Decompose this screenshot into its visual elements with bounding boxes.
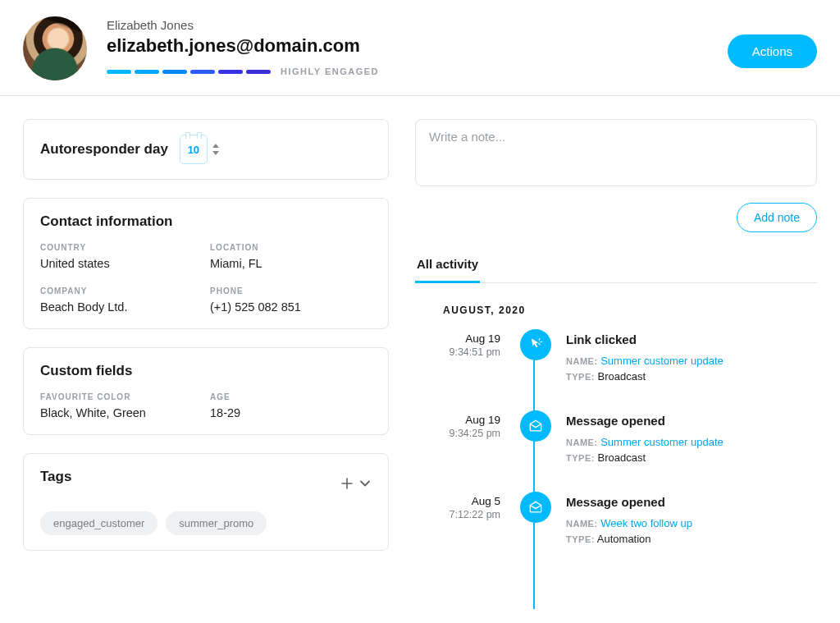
- contact-info-heading: Contact information: [40, 213, 372, 230]
- link-click-icon: [520, 329, 551, 360]
- timeline-date: Aug 5: [415, 495, 500, 507]
- autoresponder-title: Autoresponder day: [40, 141, 168, 158]
- info-value: (+1) 525 082 851: [210, 300, 372, 314]
- info-label: PHONE: [210, 286, 372, 295]
- timeline-title: Link clicked: [566, 332, 817, 346]
- meta-label-name: NAME:: [566, 356, 598, 366]
- avatar: [23, 16, 87, 80]
- timeline-type: Broadcast: [598, 451, 646, 464]
- tab-all-activity[interactable]: All activity: [415, 257, 480, 283]
- meta-label-type: TYPE:: [566, 372, 595, 382]
- info-value: United states: [40, 257, 202, 270]
- tags-heading: Tags: [40, 469, 71, 485]
- engagement-label: HIGHLY ENGAGED: [281, 66, 379, 76]
- info-value: 18-29: [210, 406, 372, 419]
- meta-label-name: NAME:: [566, 437, 598, 447]
- contact-header: Elizabeth Jones elizabeth.jones@domain.c…: [0, 0, 840, 96]
- timeline-item: Aug 5 7:12:22 pm Message opened: [415, 495, 817, 548]
- engagement-bar: [107, 70, 271, 74]
- day-step-up-icon[interactable]: [212, 144, 219, 148]
- meta-label-name: NAME:: [566, 519, 598, 529]
- timeline-date: Aug 19: [415, 414, 500, 426]
- timeline-title: Message opened: [566, 495, 817, 509]
- timeline-type: Broadcast: [598, 370, 646, 383]
- actions-button[interactable]: Actions: [728, 34, 817, 68]
- info-label: COUNTRY: [40, 243, 202, 252]
- timeline-time: 9:34:51 pm: [415, 346, 500, 358]
- timeline-date: Aug 19: [415, 332, 500, 345]
- custom-fields-card: Custom fields FAVOURITE COLOR Black, Whi…: [23, 347, 389, 435]
- tag-chip[interactable]: engaged_customer: [40, 511, 158, 535]
- custom-fields-heading: Custom fields: [40, 363, 372, 379]
- message-open-icon: [520, 492, 551, 523]
- add-tag-icon[interactable]: [340, 477, 354, 490]
- contact-info-card: Contact information COUNTRY United state…: [23, 198, 389, 329]
- meta-label-type: TYPE:: [566, 453, 595, 463]
- activity-month-header: AUGUST, 2020: [443, 305, 817, 316]
- activity-timeline: Aug 19 9:34:51 pm Link clicked N: [415, 332, 817, 576]
- chevron-down-icon[interactable]: [358, 477, 372, 490]
- info-value: Beach Body Ltd.: [40, 300, 202, 314]
- timeline-campaign-link[interactable]: Summer customer update: [600, 355, 724, 367]
- tags-card: Tags engaged_customer summer_promo: [23, 453, 389, 551]
- add-note-button[interactable]: Add note: [737, 203, 817, 232]
- info-label: FAVOURITE COLOR: [40, 392, 202, 401]
- info-value: Black, White, Green: [40, 406, 202, 419]
- timeline-item: Aug 19 9:34:25 pm Message opened: [415, 414, 817, 467]
- note-input[interactable]: [415, 119, 817, 186]
- contact-email: elizabeth.jones@domain.com: [107, 35, 817, 57]
- timeline-time: 9:34:25 pm: [415, 428, 500, 439]
- info-label: COMPANY: [40, 286, 202, 295]
- tag-chip[interactable]: summer_promo: [166, 511, 267, 535]
- timeline-type: Automation: [597, 533, 651, 545]
- info-label: AGE: [210, 392, 372, 401]
- info-label: LOCATION: [210, 243, 372, 252]
- contact-name: Elizabeth Jones: [107, 18, 817, 32]
- activity-tabs: All activity: [415, 257, 817, 283]
- timeline-time: 7:12:22 pm: [415, 509, 500, 520]
- timeline-title: Message opened: [566, 414, 817, 428]
- autoresponder-day-value[interactable]: 10: [180, 135, 208, 164]
- info-value: Miami, FL: [210, 257, 372, 270]
- timeline-campaign-link[interactable]: Week two follow up: [600, 517, 692, 529]
- timeline-item: Aug 19 9:34:51 pm Link clicked N: [415, 332, 817, 386]
- message-open-icon: [520, 410, 551, 442]
- day-step-down-icon[interactable]: [212, 151, 219, 155]
- meta-label-type: TYPE:: [566, 534, 595, 544]
- timeline-campaign-link[interactable]: Summer customer update: [600, 436, 724, 448]
- autoresponder-card: Autoresponder day 10: [23, 119, 389, 180]
